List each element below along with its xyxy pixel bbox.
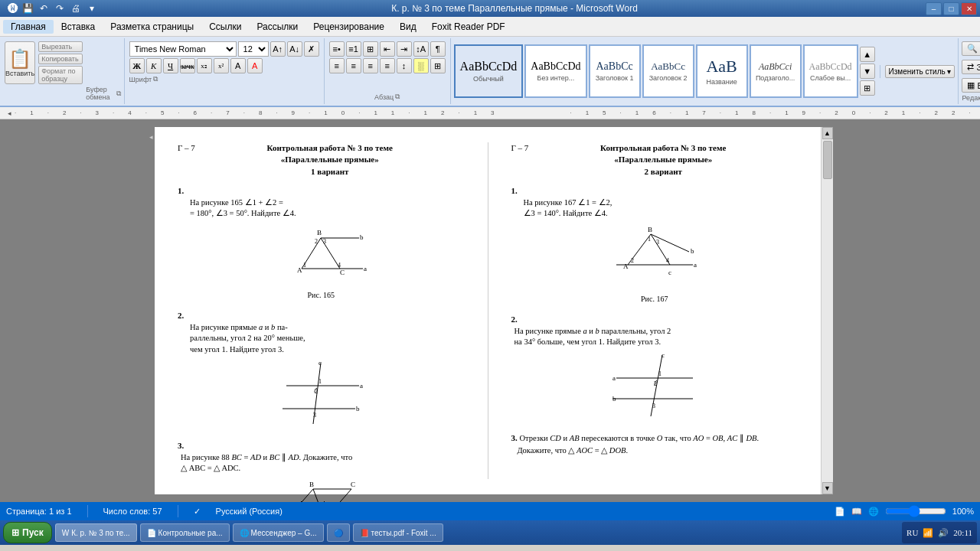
taskbar-item-foxit[interactable]: 📕 тесты.pdf - Foxit ... (353, 523, 443, 542)
close-button[interactable]: ✕ (961, 2, 977, 15)
variant2-p3-num: 3. (511, 433, 518, 442)
menu-foxit[interactable]: Foxit Reader PDF (424, 20, 513, 34)
cut-button[interactable]: Вырезать (38, 41, 83, 52)
superscript-button[interactable]: x² (214, 58, 229, 73)
justify-button[interactable]: ≡ (380, 58, 395, 73)
strikethrough-button[interactable]: зачк (180, 58, 195, 73)
svg-text:4: 4 (666, 257, 669, 264)
change-styles-button[interactable]: Изменить стиль ▾ (885, 65, 956, 78)
taskbar-item-chrome[interactable]: 🔵 (327, 523, 350, 542)
view-controls: 📄 📖 🌐 100% (835, 505, 974, 517)
zoom-slider[interactable] (885, 505, 946, 517)
clear-format-button[interactable]: ✗ (304, 41, 319, 57)
style-title[interactable]: AaB Название (696, 44, 748, 98)
line-spacing-button[interactable]: ↕ (397, 58, 412, 73)
shading-button[interactable]: ░ (413, 58, 429, 73)
variant1-p2-text: На рисунке прямые a и b па-раллельны, уг… (190, 322, 465, 356)
styles-expand[interactable]: ⊞ (860, 80, 875, 96)
font-expand-icon[interactable]: ⧉ (153, 75, 158, 83)
style-heading1[interactable]: AaBbCc Заголовок 1 (589, 44, 641, 98)
format-painter-button[interactable]: Формат по образцу (38, 66, 83, 84)
align-right-button[interactable]: ≡ (363, 58, 378, 73)
border-button[interactable]: ⊞ (430, 58, 446, 73)
clipboard-section: 📋 Вставить Вырезать Копировать Формат по… (2, 38, 125, 104)
view-print-icon[interactable]: 📄 (835, 507, 845, 517)
style-subtle-label: Слабое вы... (810, 74, 851, 82)
paragraph-expand-icon[interactable]: ⧉ (395, 93, 400, 101)
style-heading2[interactable]: AaBbCc Заголовок 2 (642, 44, 694, 98)
taskbar-item-word[interactable]: W К. р. № 3 по те... (55, 523, 137, 542)
scroll-up-button[interactable]: ▲ (822, 127, 833, 139)
svg-text:1: 1 (303, 262, 306, 269)
styles-scroll-down[interactable]: ▼ (860, 64, 875, 79)
replace-button[interactable]: ⇄ Заменить (962, 60, 980, 74)
save-button[interactable]: 💾 (21, 2, 34, 15)
menu-page-layout[interactable]: Разметка страницы (103, 20, 201, 34)
subscript-button[interactable]: x₂ (197, 58, 212, 73)
multilevel-button[interactable]: ⊞ (363, 41, 378, 57)
customize-button[interactable]: ▾ (85, 2, 99, 15)
variant1-grade: Г – 7 (178, 142, 195, 154)
maximize-button[interactable]: □ (943, 2, 959, 15)
vertical-scrollbar[interactable]: ▲ ▼ (821, 127, 833, 494)
svg-text:B: B (317, 229, 322, 236)
increase-indent-button[interactable]: ⇥ (397, 41, 412, 57)
svg-text:2: 2 (315, 238, 318, 245)
print-button[interactable]: 🖨 (69, 2, 83, 15)
copy-button[interactable]: Копировать (38, 54, 83, 64)
decrease-indent-button[interactable]: ⇤ (380, 41, 395, 57)
styles-scroll-up[interactable]: ▲ (860, 47, 875, 62)
word-count: Число слов: 57 (103, 507, 162, 516)
align-left-button[interactable]: ≡ (329, 58, 345, 73)
scroll-thumb[interactable] (823, 141, 832, 179)
menu-view[interactable]: Вид (392, 20, 424, 34)
taskbar-item-messenger[interactable]: 🌐 Мессенджер – G... (233, 523, 324, 542)
menu-review[interactable]: Рецензирование (305, 20, 392, 34)
italic-button[interactable]: К (146, 58, 162, 73)
svg-line-27 (299, 501, 302, 502)
redo-button[interactable]: ↷ (53, 2, 67, 15)
variant1-num: 1 вариант (195, 166, 465, 178)
numbering-button[interactable]: ≡1 (346, 41, 361, 57)
paste-button[interactable]: 📋 Вставить (5, 41, 35, 84)
font-color-button[interactable]: A (247, 58, 263, 73)
variant1-p3-text: На рисунке 88 BC = AD и BC ∥ AD. Докажит… (181, 452, 465, 474)
align-center-button[interactable]: ≡ (346, 58, 361, 73)
start-button[interactable]: ⊞ Пуск (3, 522, 52, 543)
style-subtitle-label: Подзаголо... (756, 74, 795, 82)
menu-home[interactable]: Главная (3, 20, 54, 34)
clipboard-label: Буфер обмена ⧉ (86, 84, 120, 101)
text-highlight-button[interactable]: A (230, 58, 246, 73)
find-button[interactable]: 🔍 Найти (962, 41, 980, 56)
style-subtle-emphasis[interactable]: AaBbCcDd Слабое вы... (803, 44, 858, 98)
menu-insert[interactable]: Вставка (54, 20, 103, 34)
bold-button[interactable]: Ж (129, 58, 145, 73)
view-web-icon[interactable]: 🌐 (868, 507, 879, 517)
taskbar-item-control[interactable]: 📄 Контрольные ра... (140, 523, 230, 542)
sort-button[interactable]: ↕A (413, 41, 429, 57)
minimize-button[interactable]: – (926, 2, 942, 15)
underline-button[interactable]: Ч (163, 58, 178, 73)
style-normal-preview: AaBbCcDd (460, 60, 518, 73)
show-hide-button[interactable]: ¶ (430, 41, 446, 57)
font-size-select[interactable]: 12 (238, 41, 269, 57)
svg-text:A: A (297, 266, 302, 274)
increase-font-button[interactable]: A↑ (270, 41, 286, 57)
style-normal[interactable]: AaBbCcDd Обычный (454, 44, 524, 98)
bullets-button[interactable]: ≡• (329, 41, 345, 57)
font-name-select[interactable]: Times New Roman (129, 41, 237, 57)
menu-references[interactable]: Ссылки (201, 20, 249, 34)
select-button[interactable]: ▦ Выделить (962, 78, 980, 93)
clipboard-expand-icon[interactable]: ⧉ (116, 90, 121, 98)
window-controls: – □ ✕ (926, 2, 977, 15)
view-reading-icon[interactable]: 📖 (851, 507, 862, 517)
style-subtitle[interactable]: AaBbCci Подзаголо... (750, 44, 802, 98)
decrease-font-button[interactable]: A↓ (287, 41, 302, 57)
figure-88-svg: A D B C (271, 478, 371, 502)
scroll-down-button[interactable]: ▼ (822, 482, 833, 494)
style-no-spacing[interactable]: AaBbCcDd Без интер... (524, 44, 586, 98)
menu-mailings[interactable]: Рассылки (249, 20, 305, 34)
svg-text:b: b (612, 395, 616, 403)
undo-button[interactable]: ↶ (37, 2, 51, 15)
taskbar: ⊞ Пуск W К. р. № 3 по те... 📄 Контрольны… (0, 520, 980, 545)
